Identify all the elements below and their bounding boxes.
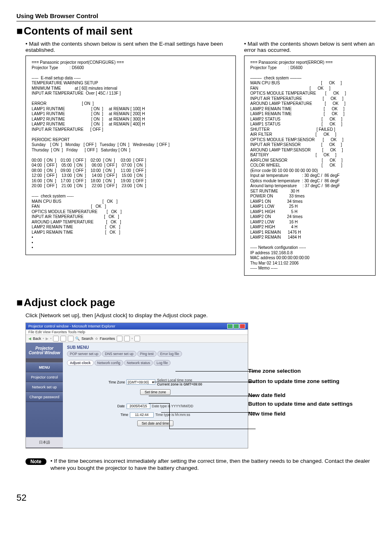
search-icon[interactable]: 🔍 — [75, 337, 80, 341]
back-label[interactable]: Back — [33, 337, 41, 341]
tool-icon[interactable] — [124, 336, 130, 341]
set-timezone-button[interactable]: Set time zone — [140, 389, 171, 395]
leader-line — [149, 396, 256, 396]
set-datetime-button[interactable]: Set date and time — [137, 420, 174, 426]
leader-line — [149, 403, 169, 404]
media-icon[interactable] — [117, 336, 122, 341]
sidebar-item-change-password[interactable]: Change password — [26, 392, 63, 402]
note-label: Note — [25, 458, 46, 465]
browser-menubar[interactable]: File Edit View Favorites Tools Help — [26, 330, 248, 335]
leader-line — [175, 371, 256, 372]
window-controls[interactable] — [227, 324, 245, 329]
tab-dns-server[interactable]: DNS server set up — [102, 351, 136, 357]
date-caption: Date type is YYYY/MM/DD — [152, 404, 194, 408]
report-configure: === Panasonic projector report(CONFIGURE… — [25, 56, 236, 255]
time-caption: Time type is hh:mm:ss — [155, 413, 190, 417]
tab-network-config[interactable]: Network config — [95, 360, 123, 366]
date-label: Date — [118, 404, 125, 408]
maximize-icon[interactable] — [233, 324, 239, 329]
refresh-icon[interactable] — [60, 336, 66, 341]
date-row: Date 2005/04/15 Date type is YYYY/MM/DD — [118, 404, 194, 409]
sidebar: Projector Control Window MENU Projector … — [26, 343, 63, 448]
search-label[interactable]: Search — [81, 337, 93, 341]
forward-icon[interactable]: ▶ — [46, 337, 48, 341]
section-title: Using Web Browser Control — [16, 12, 376, 21]
timezone-caption-b: Current zone is GMT+09:00 — [157, 382, 202, 386]
time-label: Time — [120, 413, 128, 417]
heading-adjust-clock-text: Adjust clock page — [24, 296, 115, 309]
browser-title: Projector control window - Microsoft Int… — [28, 324, 115, 328]
timezone-row: Time Zone (GMT+09:00)▾ Select Local time… — [108, 378, 202, 386]
sidebar-item-network-setup[interactable]: Network set up — [26, 382, 63, 392]
time-row: Time 11:42:44 Time type is hh:mm:ss — [120, 412, 190, 418]
favorites-label[interactable]: Favorites — [100, 337, 115, 341]
heading-mail-sent: ■Contents of mail sent — [16, 25, 376, 37]
leader-line — [161, 412, 256, 413]
chevron-down-icon: ▾ — [152, 380, 154, 384]
intro-left: • Mail with the contents shown below is … — [16, 41, 236, 53]
tab-network-status[interactable]: Network status — [124, 360, 153, 366]
annot-timezone-selection: Time zone selection — [248, 368, 353, 374]
content-panel: SUB MENU POP server set up DNS server se… — [63, 343, 248, 448]
annotation-labels: Time zone selection Button to update tim… — [248, 323, 353, 417]
heading-mail-sent-text: Contents of mail sent — [24, 25, 132, 37]
leader-line — [169, 429, 256, 429]
tab-log-file[interactable]: Log file — [154, 360, 171, 366]
sidebar-header: Projector Control Window — [26, 343, 63, 358]
annot-new-time-field: New time field — [248, 411, 353, 417]
time-input[interactable]: 11:42:44 — [130, 412, 154, 418]
tab-adjust-clock[interactable]: Adjust clock — [67, 360, 94, 366]
heading-adjust-clock: ■Adjust clock page — [16, 296, 376, 309]
sidebar-item-japanese[interactable]: 日本語 — [26, 437, 63, 448]
annot-update-datetime-button: Button to update time and date settings — [248, 401, 353, 407]
leader-line-vert — [169, 403, 170, 429]
tab-pop-server[interactable]: POP server set up — [67, 351, 101, 357]
leader-line — [153, 382, 256, 382]
tab-row-2: Adjust clock Network config Network stat… — [67, 360, 244, 366]
favorites-icon[interactable]: ☆ — [95, 337, 98, 341]
adjust-clock-intro: Click [Network set up], then [Adjust clo… — [16, 312, 376, 318]
print-icon[interactable] — [134, 336, 140, 341]
submenu-label: SUB MENU — [67, 345, 244, 350]
intro-right: • Mail with the contents shown below is … — [244, 41, 376, 53]
tab-error-log[interactable]: Error log file — [157, 351, 182, 357]
sidebar-menu-label: MENU — [26, 362, 63, 372]
tab-row: POP server set up DNS server set up Ping… — [67, 351, 244, 357]
date-input[interactable]: 2005/04/15 — [127, 404, 150, 409]
close-icon[interactable] — [240, 324, 245, 329]
stop-icon[interactable] — [53, 336, 59, 341]
annot-update-timezone-button: Button to update time zone setting — [248, 378, 353, 385]
home-icon[interactable] — [68, 336, 74, 341]
browser-toolbar[interactable]: ◀ Back • ▶ • 🔍 Search ☆ Favorites • — [26, 335, 248, 343]
timezone-label: Time Zone — [108, 380, 125, 384]
tab-ping-test[interactable]: Ping test — [137, 351, 157, 357]
note-text: • If the time becomes incorrect immediat… — [51, 457, 376, 472]
page-number: 52 — [16, 492, 26, 503]
minimize-icon[interactable] — [227, 324, 233, 329]
annot-new-date-field: New date field — [248, 392, 353, 399]
browser-screenshot: Projector control window - Microsoft Int… — [25, 323, 248, 448]
back-icon[interactable]: ◀ — [28, 337, 31, 341]
timezone-select[interactable]: (GMT+09:00)▾ — [127, 379, 155, 385]
sidebar-item-projector-control[interactable]: Projector control — [26, 372, 63, 382]
report-error: === Panasonic projector report(ERROR) ==… — [244, 56, 376, 276]
browser-titlebar: Projector control window - Microsoft Int… — [26, 323, 248, 330]
